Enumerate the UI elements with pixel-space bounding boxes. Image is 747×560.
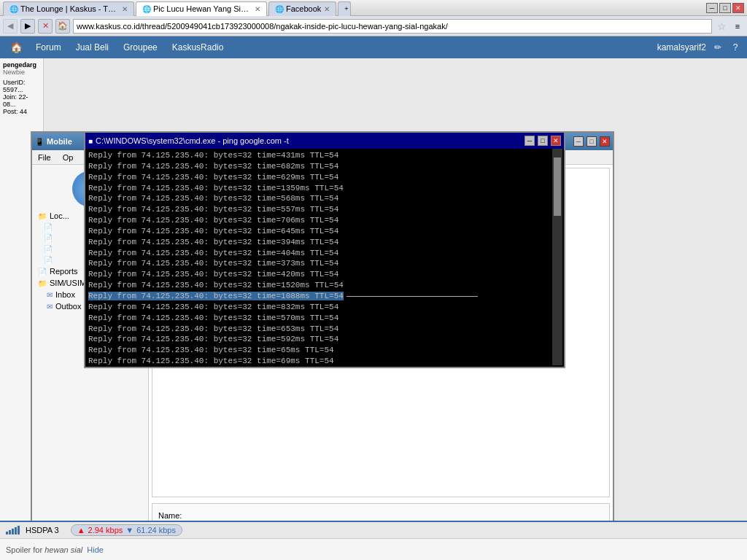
mobile-minimize-button[interactable]: ─ [573,136,584,147]
edit-icon[interactable]: ✏ [712,42,724,53]
cmd-line: Reply from 74.125.235.40: bytes=32 time=… [88,334,561,345]
cmd-minimize-button[interactable]: ─ [525,136,535,146]
signal-bars [6,526,20,534]
mobile-maximize-button[interactable]: □ [587,136,597,147]
username-display: kamalsyarif2 [657,42,706,52]
tab-close-2[interactable]: ✕ [324,5,330,13]
sim-folder-icon: 📁 [38,279,47,287]
cmd-title-text: C:\WINDOWS\system32\cmd.exe - ping googl… [96,136,522,145]
cmd-line: Reply from 74.125.235.40: bytes=32 time=… [88,302,561,313]
new-tab-button[interactable]: + [338,1,351,16]
mobile-menu-op[interactable]: Op [60,153,77,162]
reload-button[interactable]: ✕ [38,19,53,34]
page-footer: Spoiler for hewan sial Hide [0,538,747,560]
cmd-line: Reply from 74.125.235.40: bytes=32 time=… [88,226,561,237]
title-bar: 🌐 The Lounge | Kaskus - The L... ✕ 🌐 Pic… [0,0,747,16]
cmd-line: Reply from 74.125.235.40: bytes=32 time=… [88,215,561,226]
cmd-line: Reply from 74.125.235.40: bytes=32 time=… [88,313,561,324]
cmd-line: Reply from 74.125.235.40: bytes=32 time=… [88,324,561,335]
cmd-line: Reply from 74.125.235.40: bytes=32 time=… [88,237,561,248]
spoiler-subject: hewan sial [44,545,82,554]
nav-right-area: kamalsyarif2 ✏ ? [657,42,741,53]
maximize-button[interactable]: □ [719,3,731,13]
upload-speed: 2.94 kbps [88,526,123,534]
address-bar: ◀ ▶ ✕ 🏠 ☆ ≡ [0,16,747,36]
browser-menu-button[interactable]: ≡ [731,20,744,33]
sidebar-userid: UserID: 5597... [3,79,40,93]
signal-bar-5 [18,526,20,534]
tab-close-0[interactable]: ✕ [122,5,128,13]
sms-info-box: Name: Number: 234 Content: Nomor Tri And… [152,503,610,521]
cmd-line: Reply from 74.125.235.40: bytes=32 time=… [88,345,561,356]
cmd-close-button[interactable]: ✕ [551,136,561,146]
signal-bar-4 [15,527,17,534]
sidebar-post: Post: 44 [3,108,40,115]
cmd-line: Reply from 74.125.235.40: bytes=32 time=… [88,248,561,259]
cmd-line: Reply from 74.125.235.40: bytes=32 time=… [88,150,561,161]
cmd-line: Reply from 74.125.235.40: bytes=32 time=… [88,291,561,302]
network-type-display: HSDPA 3 [26,526,59,534]
tab-1[interactable]: 🌐 Pic Lucu Hewan Yang Sial :no... ✕ [136,1,267,16]
cmd-line: Reply from 74.125.235.40: bytes=32 time=… [88,172,561,183]
cmd-line: Reply from 74.125.235.40: bytes=32 time=… [88,183,561,194]
nav-jual-beli[interactable]: Jual Beli [70,39,115,55]
speed-display: ▲ 2.94 kbps ▼ 61.24 kbps [71,524,182,536]
cmd-line: Reply from 74.125.235.40: bytes=32 time=… [88,280,561,291]
cmd-app-icon: ■ [88,137,93,145]
cmd-line: Reply from 74.125.235.40: bytes=32 time=… [88,269,561,280]
close-button[interactable]: ✕ [732,3,744,13]
cmd-window: ■ C:\WINDOWS\system32\cmd.exe - ping goo… [84,131,565,368]
cmd-line: Reply from 74.125.235.40: bytes=32 time=… [88,356,561,367]
download-icon: ▼ [125,526,133,534]
cmd-output: Reply from 74.125.235.40: bytes=32 time=… [85,149,564,367]
tab-bar: 🌐 The Lounge | Kaskus - The L... ✕ 🌐 Pic… [3,0,706,16]
file-icon-1: 📄 [44,223,53,231]
signal-bar-1 [6,532,8,534]
bookmark-star[interactable]: ☆ [715,20,728,33]
nav-groupee[interactable]: Groupee [117,39,163,55]
tab-close-1[interactable]: ✕ [255,5,260,13]
download-speed: 61.24 kbps [136,526,176,534]
kaskus-nav-bar: 🏠 Forum Jual Beli Groupee KaskusRadio ka… [0,36,747,58]
url-input[interactable] [73,19,712,34]
minimize-button[interactable]: ─ [706,3,718,13]
spoiler-label: Spoiler [6,545,31,554]
upload-icon: ▲ [77,526,85,534]
sms-name-row: Name: [158,510,603,521]
mobile-menu-file[interactable]: File [35,153,54,162]
cmd-title-bar: ■ C:\WINDOWS\system32\cmd.exe - ping goo… [85,133,564,149]
inbox-icon: ✉ [47,291,53,299]
cmd-line: Reply from 74.125.235.40: bytes=32 time=… [88,193,561,204]
back-button[interactable]: ◀ [3,19,18,34]
sidebar-join: Join: 22-08... [3,93,40,108]
signal-area: HSDPA 3 [6,526,59,534]
signal-bar-2 [9,530,11,534]
mobile-close-button[interactable]: ✕ [600,136,610,147]
cmd-maximize-button[interactable]: □ [538,136,548,146]
cmd-line: Reply from 74.125.235.40: bytes=32 time=… [88,258,561,269]
status-bar: HSDPA 3 ▲ 2.94 kbps ▼ 61.24 kbps [0,521,747,538]
folder-icon: 📁 [38,212,47,220]
home-button[interactable]: 🏠 [55,19,70,34]
cmd-scroll-thumb[interactable] [554,158,561,216]
sidebar-username: pengedarg [3,61,40,69]
nav-forum[interactable]: Forum [30,39,67,55]
tab-2[interactable]: 🌐 Facebook ✕ [268,1,336,16]
forward-button[interactable]: ▶ [20,19,35,34]
outbox-icon: ✉ [47,303,53,311]
spoiler-for-text: for [33,545,42,554]
signal-bar-3 [12,529,14,534]
help-icon[interactable]: ? [729,42,741,53]
file-icon-3: 📄 [44,245,53,253]
sidebar-rank: Newbie [3,69,40,76]
window-controls: ─ □ ✕ [706,3,744,13]
nav-kaskus-radio[interactable]: KaskusRadio [166,39,230,55]
cmd-line: Reply from 74.125.235.40: bytes=32 time=… [88,161,561,172]
cmd-line: Reply from 74.125.235.40: bytes=32 time=… [88,204,561,215]
kaskus-home-button[interactable]: 🏠 [6,39,27,56]
file-icon-4: 📄 [44,256,53,264]
hide-spoiler-link[interactable]: Hide [87,545,104,554]
file-icon-2: 📄 [44,234,53,242]
tab-0[interactable]: 🌐 The Lounge | Kaskus - The L... ✕ [3,1,134,16]
cmd-scrollbar[interactable] [552,149,562,365]
